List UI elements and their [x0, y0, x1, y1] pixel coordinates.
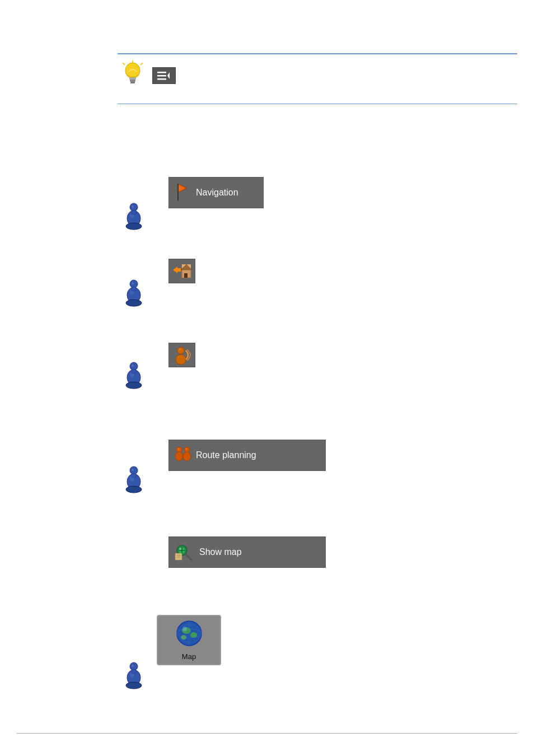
svg-rect-16: [132, 211, 136, 214]
svg-rect-71: [132, 670, 136, 674]
svg-point-44: [132, 469, 134, 471]
svg-point-22: [130, 280, 138, 288]
lightbulb-icon: [120, 60, 147, 91]
collapse-icon: [156, 70, 172, 81]
svg-point-43: [130, 466, 138, 474]
svg-point-46: [126, 486, 142, 493]
sound-button[interactable]: [168, 343, 195, 367]
svg-point-65: [182, 627, 187, 631]
mid-divider: [118, 104, 517, 104]
svg-rect-5: [157, 75, 166, 77]
svg-rect-21: [184, 273, 188, 278]
top-divider: [118, 53, 517, 54]
show-map-button[interactable]: Show map: [168, 536, 326, 568]
svg-point-69: [126, 682, 142, 689]
svg-rect-4: [157, 72, 166, 73]
bottom-divider: [17, 733, 517, 734]
pawn-sound: [122, 361, 146, 390]
route-planning-icon: [175, 445, 191, 465]
svg-point-23: [132, 282, 134, 284]
svg-point-28: [177, 347, 184, 354]
svg-point-66: [130, 662, 138, 670]
svg-rect-55: [175, 553, 182, 560]
svg-point-32: [132, 365, 134, 367]
svg-rect-2: [130, 80, 135, 82]
navigation-icon: [175, 183, 191, 203]
svg-point-0: [125, 63, 140, 78]
svg-line-53: [186, 554, 191, 560]
pawn-route: [122, 465, 146, 494]
svg-rect-1: [129, 77, 136, 80]
svg-rect-27: [132, 287, 136, 291]
map-box-button[interactable]: Map: [157, 615, 221, 665]
svg-point-31: [130, 362, 138, 370]
svg-point-11: [130, 203, 138, 211]
svg-point-12: [132, 206, 134, 208]
home-button[interactable]: [168, 259, 195, 283]
svg-point-67: [132, 665, 134, 667]
route-planning-label: Route planning: [196, 450, 256, 460]
svg-rect-36: [132, 370, 136, 374]
svg-point-34: [126, 382, 142, 389]
collapse-button[interactable]: [152, 67, 176, 84]
map-globe-icon: [172, 619, 206, 650]
svg-point-40: [183, 452, 191, 461]
pawn-house: [122, 278, 146, 307]
navigation-button[interactable]: Navigation: [168, 177, 264, 208]
map-box-label: Map: [182, 652, 196, 661]
show-map-icon: [175, 543, 195, 561]
svg-marker-17: [173, 267, 181, 273]
svg-point-25: [126, 300, 142, 306]
svg-point-14: [126, 223, 142, 230]
svg-point-41: [177, 448, 180, 450]
sound-icon: [172, 345, 192, 365]
svg-point-42: [185, 448, 188, 450]
svg-point-29: [176, 354, 186, 365]
svg-point-39: [175, 452, 183, 461]
home-icon: [172, 262, 192, 280]
pawn-navigation: [122, 202, 146, 231]
show-map-label: Show map: [199, 547, 242, 557]
pawn-map: [122, 661, 146, 690]
svg-rect-48: [132, 474, 136, 478]
navigation-label: Navigation: [196, 188, 238, 198]
route-planning-button[interactable]: Route planning: [168, 440, 326, 471]
svg-rect-3: [130, 82, 135, 83]
svg-marker-7: [167, 72, 170, 79]
svg-point-30: [179, 348, 181, 351]
svg-rect-6: [157, 78, 166, 80]
svg-point-54: [179, 548, 181, 550]
